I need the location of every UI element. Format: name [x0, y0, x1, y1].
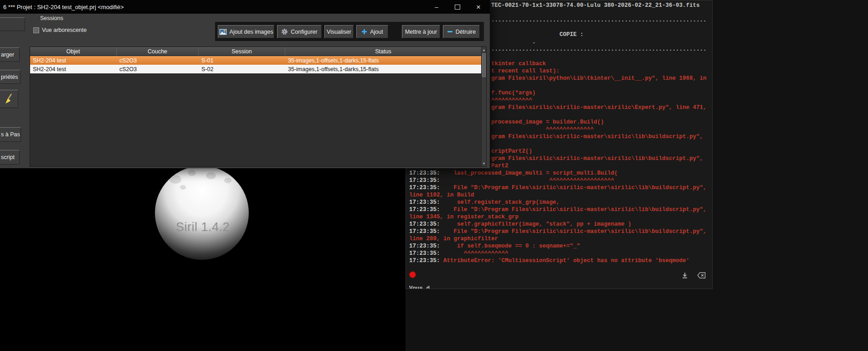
- log-text: ^^^^^^^^^^^^: [491, 97, 532, 103]
- clear-log-button[interactable]: [696, 271, 707, 280]
- moon-crater: [169, 175, 181, 184]
- table-body: SH2-204 testcS2O3S-0135-images,1-offsets…: [30, 56, 482, 73]
- table-cell: cS2O3: [117, 65, 199, 73]
- sessions-table: ObjetCoucheSessionStatus SH2-204 testcS2…: [30, 46, 487, 167]
- toolbar-button-detruire[interactable]: Détruire: [443, 25, 480, 38]
- plus-icon: [361, 29, 367, 35]
- toolbar-button-configurer[interactable]: Configurer: [277, 25, 322, 38]
- toolbar-button-ajout[interactable]: Ajout: [356, 25, 388, 38]
- log-text: File "D:\Program Files\sirilic\sirilic-m…: [440, 228, 707, 235]
- column-header-objet[interactable]: Objet: [30, 47, 117, 56]
- log-text: gram Files\sirilic\sirilic-master\sirili…: [491, 134, 703, 140]
- log-text: line 289, in graphicfilter: [409, 236, 498, 242]
- console-line: 17:23:35: File "D:\Program Files\sirilic…: [406, 206, 712, 213]
- table-cell: S-01: [199, 56, 285, 65]
- log-text: processed_image = builder.Build(): [491, 119, 604, 125]
- log-timestamp: 17:23:35:: [409, 199, 440, 206]
- window-title: 6 *** Projet : SH2-204 test_objet.prj <m…: [3, 4, 123, 10]
- desktop: TEC-0021-70-1x1-33078-74.00-Lulu 380-202…: [0, 0, 868, 351]
- table-header: ObjetCoucheSessionStatus: [30, 47, 482, 56]
- log-text: ^^^^^^^^^^^^^^^^^^^: [440, 177, 615, 184]
- column-header-session[interactable]: Session: [199, 47, 285, 56]
- log-text: if self.bseqmode == 0 : seqname+="_": [440, 243, 580, 249]
- project-window: 6 *** Projet : SH2-204 test_objet.prj <m…: [0, 0, 490, 168]
- left-toolbar: argerpriétéss à Passcript: [0, 14, 28, 168]
- column-header-status[interactable]: Status: [285, 47, 482, 56]
- button-label: s à Pas: [1, 131, 20, 138]
- log-text: ........................................…: [491, 46, 707, 52]
- close-button[interactable]: ×: [468, 0, 489, 14]
- table-cell: 35-images,1-offsets,1-darks,15-flats: [285, 65, 482, 73]
- scroll-down-arrow-icon[interactable]: ▼: [482, 160, 486, 166]
- moon-image: [155, 168, 249, 260]
- moon-crater: [180, 185, 186, 190]
- button-label: Détruire: [456, 29, 476, 35]
- table-row[interactable]: SH2-204 testcS2O3S-0135-images,1-offsets…: [30, 56, 482, 65]
- log-text: tkinter callback: [491, 61, 546, 67]
- button-label: Mettre à jour: [405, 29, 437, 35]
- log-timestamp: 17:23:35:: [409, 177, 440, 184]
- column-header-couche[interactable]: Couche: [117, 47, 199, 56]
- minimize-icon: –: [435, 3, 438, 10]
- console-line: 17:23:35: AttributeError: 'CMultisession…: [406, 257, 712, 264]
- log-text: last_processed_image_multi = script_mult…: [440, 170, 618, 176]
- status-indicator-red: [409, 271, 416, 278]
- button-label: Ajout des images: [230, 29, 273, 35]
- log-text: Part2: [491, 163, 508, 169]
- scroll-up-arrow-icon[interactable]: ▲: [482, 47, 486, 53]
- close-icon: ×: [476, 3, 481, 11]
- log-text: ........................................…: [491, 17, 707, 23]
- tree-view-checkbox[interactable]: [33, 27, 39, 33]
- gear-icon: [281, 28, 288, 35]
- tree-view-checkbox-label: Vue arborescente: [42, 27, 87, 33]
- log-timestamp: 17:23:35:: [409, 243, 440, 249]
- log-timestamp: 17:23:35:: [409, 228, 440, 235]
- log-text: File "D:\Program Files\sirilic\sirilic-m…: [440, 206, 707, 213]
- console-line: 17:23:35: last_processed_image_multi = s…: [406, 170, 712, 177]
- log-text: gram Files\sirilic\sirilic-master\sirili…: [491, 104, 707, 111]
- left-toolbar-button-partial-0[interactable]: [0, 17, 25, 31]
- log-timestamp: 17:23:35:: [409, 221, 440, 227]
- tree-view-option: Vue arborescente: [33, 27, 87, 33]
- moon-crater: [188, 170, 196, 176]
- button-label: Visualiser: [327, 29, 351, 35]
- toolbar-button-visualiser[interactable]: Visualiser: [324, 25, 354, 38]
- left-toolbar-button-script[interactable]: script: [0, 150, 20, 165]
- console-line: line 1345, in register_stack_grp: [406, 213, 712, 221]
- sessions-panel-title: Sessions: [40, 15, 63, 21]
- left-toolbar-button-partial-3[interactable]: [0, 90, 18, 108]
- left-toolbar-button-arger[interactable]: arger: [0, 47, 20, 62]
- left-toolbar-button-s-a-pas[interactable]: s à Pas: [0, 127, 21, 142]
- console-line: 17:23:35: if self.bseqmode == 0 : seqnam…: [406, 243, 712, 250]
- left-toolbar-button-prietes[interactable]: priétés: [0, 70, 21, 84]
- moon-crater: [224, 178, 231, 183]
- download-log-button[interactable]: [679, 271, 690, 280]
- toolbar-button-mettre-a-jour[interactable]: Mettre à jour: [402, 25, 440, 38]
- log-timestamp: 17:23:35:: [409, 206, 440, 213]
- console-line: 17:23:35: ^^^^^^^^^^^^^: [406, 250, 712, 257]
- log-timestamp: 17:23:35:: [409, 250, 440, 257]
- table-cell: cS2O3: [117, 56, 199, 65]
- log-text: AttributeError: 'CMultisessionScript' ob…: [440, 258, 690, 264]
- log-text: line 1345, in register_stack_grp: [409, 214, 519, 220]
- toolbar-button-ajout-des-images[interactable]: Ajout des images: [218, 25, 274, 38]
- log-text: criptPart2(): [491, 148, 532, 155]
- siril-version-text: Siril 1.4.2: [176, 220, 230, 234]
- table-row[interactable]: SH2-204 testcS2O3S-0235-images,1-offsets…: [30, 65, 482, 73]
- log-text: self.graphicfilter(image, "stack", pp + …: [440, 221, 632, 227]
- download-icon: [681, 272, 688, 279]
- maximize-button[interactable]: [447, 0, 468, 14]
- log-text: ^^^^^^^^^^^^^^: [491, 126, 594, 133]
- console-line: 17:23:35: ^^^^^^^^^^^^^^^^^^^: [406, 177, 712, 184]
- clear-icon: [697, 272, 706, 279]
- table-scrollbar[interactable]: ▲ ▼: [481, 47, 486, 166]
- console-line: 17:23:35: File "D:\Program Files\sirilic…: [406, 228, 712, 235]
- titlebar[interactable]: 6 *** Projet : SH2-204 test_objet.prj <m…: [0, 0, 490, 14]
- log-text: f.func(*args): [491, 90, 536, 96]
- button-label: Ajout: [370, 29, 383, 35]
- maximize-icon: [455, 5, 460, 10]
- console-controls: [406, 269, 712, 282]
- scrollbar-thumb[interactable]: [482, 53, 486, 77]
- console-line: 17:23:35: self.register_stack_grp(image,: [406, 199, 712, 206]
- minimize-button[interactable]: –: [426, 0, 447, 14]
